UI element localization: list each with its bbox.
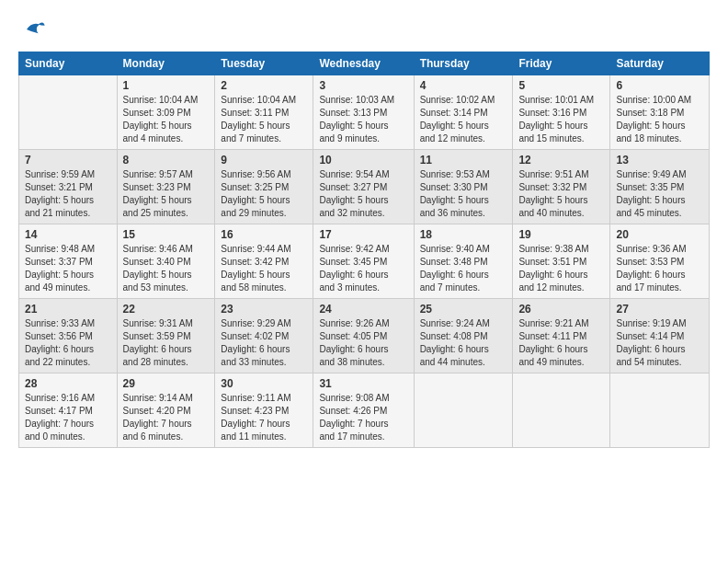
- header-row: SundayMondayTuesdayWednesdayThursdayFrid…: [19, 52, 710, 75]
- calendar-cell: 6Sunrise: 10:00 AMSunset: 3:18 PMDayligh…: [610, 75, 710, 150]
- calendar-cell: 1Sunrise: 10:04 AMSunset: 3:09 PMDayligh…: [117, 75, 215, 150]
- day-number: 15: [123, 228, 210, 241]
- day-info: Sunrise: 9:11 AMSunset: 4:23 PMDaylight:…: [221, 392, 307, 443]
- day-number: 22: [123, 303, 210, 316]
- day-number: 10: [319, 154, 407, 167]
- day-number: 2: [221, 79, 307, 92]
- logo-bird-icon: [20, 17, 46, 42]
- day-info: Sunrise: 9:29 AMSunset: 4:02 PMDaylight:…: [221, 317, 307, 369]
- day-number: 12: [518, 154, 604, 167]
- header-cell-tuesday: Tuesday: [215, 52, 313, 75]
- calendar-cell: 21Sunrise: 9:33 AMSunset: 3:56 PMDayligh…: [19, 299, 118, 373]
- calendar-cell: 17Sunrise: 9:42 AMSunset: 3:45 PMDayligh…: [313, 224, 414, 299]
- calendar-cell: 27Sunrise: 9:19 AMSunset: 4:14 PMDayligh…: [610, 299, 710, 373]
- calendar-cell: 16Sunrise: 9:44 AMSunset: 3:42 PMDayligh…: [215, 224, 313, 299]
- day-info: Sunrise: 10:02 AMSunset: 3:14 PMDaylight…: [420, 94, 507, 145]
- day-info: Sunrise: 9:24 AMSunset: 4:08 PMDaylight:…: [420, 317, 507, 369]
- day-info: Sunrise: 9:49 AMSunset: 3:35 PMDaylight:…: [616, 168, 703, 220]
- calendar-cell: 23Sunrise: 9:29 AMSunset: 4:02 PMDayligh…: [215, 299, 313, 373]
- calendar-cell: 11Sunrise: 9:53 AMSunset: 3:30 PMDayligh…: [414, 150, 513, 224]
- day-number: 7: [25, 154, 111, 167]
- day-number: 24: [319, 303, 407, 316]
- day-info: Sunrise: 9:46 AMSunset: 3:40 PMDaylight:…: [123, 243, 210, 294]
- day-info: Sunrise: 9:42 AMSunset: 3:45 PMDaylight:…: [319, 243, 407, 294]
- day-info: Sunrise: 10:00 AMSunset: 3:18 PMDaylight…: [616, 94, 703, 145]
- day-number: 27: [616, 303, 703, 316]
- day-number: 21: [25, 303, 111, 316]
- calendar-cell: [19, 75, 118, 150]
- day-number: 11: [420, 154, 507, 167]
- day-info: Sunrise: 10:03 AMSunset: 3:13 PMDaylight…: [319, 94, 407, 145]
- header-cell-wednesday: Wednesday: [313, 52, 414, 75]
- week-row-0: 1Sunrise: 10:04 AMSunset: 3:09 PMDayligh…: [19, 75, 710, 150]
- day-info: Sunrise: 9:57 AMSunset: 3:23 PMDaylight:…: [123, 168, 210, 220]
- day-number: 18: [420, 228, 507, 241]
- calendar-cell: 19Sunrise: 9:38 AMSunset: 3:51 PMDayligh…: [513, 224, 610, 299]
- day-info: Sunrise: 9:40 AMSunset: 3:48 PMDaylight:…: [420, 243, 507, 294]
- calendar-cell: 31Sunrise: 9:08 AMSunset: 4:26 PMDayligh…: [313, 373, 414, 448]
- day-info: Sunrise: 9:48 AMSunset: 3:37 PMDaylight:…: [25, 243, 111, 294]
- calendar-cell: 29Sunrise: 9:14 AMSunset: 4:20 PMDayligh…: [117, 373, 215, 448]
- calendar-cell: 12Sunrise: 9:51 AMSunset: 3:32 PMDayligh…: [513, 150, 610, 224]
- header-cell-monday: Monday: [117, 52, 215, 75]
- calendar-cell: 3Sunrise: 10:03 AMSunset: 3:13 PMDayligh…: [313, 75, 414, 150]
- calendar-cell: 22Sunrise: 9:31 AMSunset: 3:59 PMDayligh…: [117, 299, 215, 373]
- day-info: Sunrise: 9:08 AMSunset: 4:26 PMDaylight:…: [319, 392, 407, 443]
- header: [18, 17, 710, 42]
- day-number: 17: [319, 228, 407, 241]
- week-row-1: 7Sunrise: 9:59 AMSunset: 3:21 PMDaylight…: [19, 150, 710, 224]
- day-info: Sunrise: 9:16 AMSunset: 4:17 PMDaylight:…: [25, 392, 111, 443]
- calendar-cell: 18Sunrise: 9:40 AMSunset: 3:48 PMDayligh…: [414, 224, 513, 299]
- day-info: Sunrise: 10:04 AMSunset: 3:11 PMDaylight…: [221, 94, 307, 145]
- day-info: Sunrise: 9:14 AMSunset: 4:20 PMDaylight:…: [123, 392, 210, 443]
- header-cell-saturday: Saturday: [610, 52, 710, 75]
- logo: [18, 17, 46, 42]
- day-info: Sunrise: 9:38 AMSunset: 3:51 PMDaylight:…: [518, 243, 604, 294]
- day-info: Sunrise: 9:31 AMSunset: 3:59 PMDaylight:…: [123, 317, 210, 369]
- day-number: 3: [319, 79, 407, 92]
- calendar-cell: 28Sunrise: 9:16 AMSunset: 4:17 PMDayligh…: [19, 373, 118, 448]
- day-info: Sunrise: 9:44 AMSunset: 3:42 PMDaylight:…: [221, 243, 307, 294]
- day-info: Sunrise: 10:01 AMSunset: 3:16 PMDaylight…: [518, 94, 604, 145]
- day-info: Sunrise: 9:21 AMSunset: 4:11 PMDaylight:…: [518, 317, 604, 369]
- day-info: Sunrise: 9:59 AMSunset: 3:21 PMDaylight:…: [25, 168, 111, 220]
- calendar-cell: 25Sunrise: 9:24 AMSunset: 4:08 PMDayligh…: [414, 299, 513, 373]
- day-number: 1: [123, 79, 210, 92]
- day-info: Sunrise: 9:33 AMSunset: 3:56 PMDaylight:…: [25, 317, 111, 369]
- calendar-cell: 14Sunrise: 9:48 AMSunset: 3:37 PMDayligh…: [19, 224, 118, 299]
- calendar-cell: 15Sunrise: 9:46 AMSunset: 3:40 PMDayligh…: [117, 224, 215, 299]
- calendar-cell: 26Sunrise: 9:21 AMSunset: 4:11 PMDayligh…: [513, 299, 610, 373]
- day-number: 31: [319, 377, 407, 390]
- day-number: 8: [123, 154, 210, 167]
- day-info: Sunrise: 10:04 AMSunset: 3:09 PMDaylight…: [123, 94, 210, 145]
- day-number: 4: [420, 79, 507, 92]
- day-info: Sunrise: 9:56 AMSunset: 3:25 PMDaylight:…: [221, 168, 307, 220]
- day-number: 20: [616, 228, 703, 241]
- day-number: 14: [25, 228, 111, 241]
- day-number: 6: [616, 79, 703, 92]
- day-info: Sunrise: 9:54 AMSunset: 3:27 PMDaylight:…: [319, 168, 407, 220]
- calendar-cell: [610, 373, 710, 448]
- page: SundayMondayTuesdayWednesdayThursdayFrid…: [0, 0, 728, 457]
- calendar-cell: 8Sunrise: 9:57 AMSunset: 3:23 PMDaylight…: [117, 150, 215, 224]
- day-number: 30: [221, 377, 307, 390]
- calendar-cell: 24Sunrise: 9:26 AMSunset: 4:05 PMDayligh…: [313, 299, 414, 373]
- calendar-cell: 7Sunrise: 9:59 AMSunset: 3:21 PMDaylight…: [19, 150, 118, 224]
- calendar-cell: 20Sunrise: 9:36 AMSunset: 3:53 PMDayligh…: [610, 224, 710, 299]
- header-cell-thursday: Thursday: [414, 52, 513, 75]
- day-number: 28: [25, 377, 111, 390]
- day-number: 29: [123, 377, 210, 390]
- calendar-cell: 30Sunrise: 9:11 AMSunset: 4:23 PMDayligh…: [215, 373, 313, 448]
- day-info: Sunrise: 9:51 AMSunset: 3:32 PMDaylight:…: [518, 168, 604, 220]
- calendar-cell: [513, 373, 610, 448]
- day-number: 16: [221, 228, 307, 241]
- day-number: 19: [518, 228, 604, 241]
- header-cell-friday: Friday: [513, 52, 610, 75]
- day-number: 26: [518, 303, 604, 316]
- day-info: Sunrise: 9:53 AMSunset: 3:30 PMDaylight:…: [420, 168, 507, 220]
- week-row-4: 28Sunrise: 9:16 AMSunset: 4:17 PMDayligh…: [19, 373, 710, 448]
- day-number: 23: [221, 303, 307, 316]
- calendar-table: SundayMondayTuesdayWednesdayThursdayFrid…: [18, 52, 710, 448]
- week-row-2: 14Sunrise: 9:48 AMSunset: 3:37 PMDayligh…: [19, 224, 710, 299]
- day-info: Sunrise: 9:36 AMSunset: 3:53 PMDaylight:…: [616, 243, 703, 294]
